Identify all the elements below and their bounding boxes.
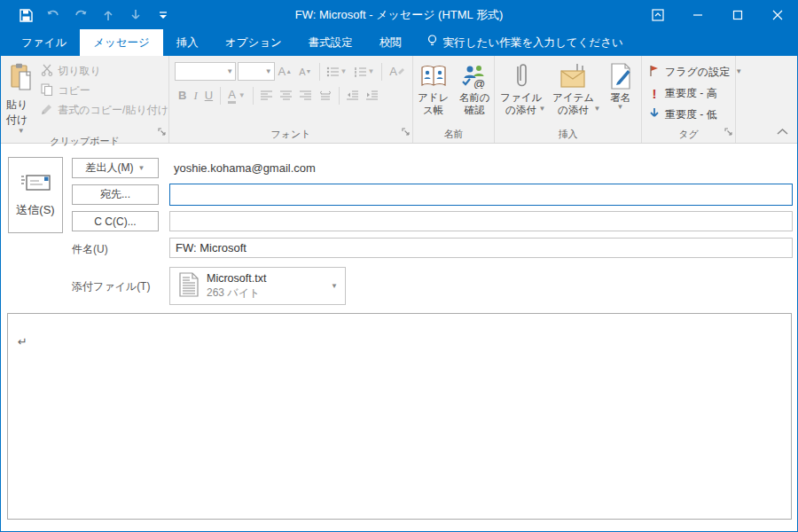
flag-icon	[649, 65, 660, 80]
signature-label: 署名	[610, 91, 630, 104]
tab-options[interactable]: オプション	[212, 29, 295, 56]
quick-access-toolbar	[1, 5, 173, 25]
redo-icon[interactable]	[71, 5, 90, 25]
attachment-label: 添付ファイル(T)	[72, 279, 150, 294]
paragraph-return-mark: ↵	[18, 335, 27, 348]
address-book-label: アドレス帳	[413, 91, 453, 116]
font-name-combobox[interactable]: ▼	[175, 62, 236, 81]
copy-icon	[41, 83, 53, 98]
high-importance-icon: !	[649, 86, 660, 101]
align-center-button[interactable]	[280, 90, 293, 100]
numbering-button[interactable]: ▼	[354, 66, 374, 77]
group-names: アドレス帳 @ 名前の確認 名前	[413, 56, 495, 143]
attach-file-button[interactable]: ファイルの添付 ▼	[498, 59, 544, 126]
decrease-indent-button[interactable]	[347, 90, 359, 100]
follow-up-button[interactable]: フラグの設定 ▼	[649, 61, 742, 82]
to-input[interactable]	[169, 184, 793, 206]
italic-button[interactable]: I	[193, 89, 197, 103]
previous-item-icon[interactable]	[98, 5, 118, 25]
check-names-label: 名前の確認	[455, 91, 494, 116]
clipboard-icon	[9, 63, 34, 95]
font-color-button[interactable]: A▼	[228, 88, 246, 104]
tab-insert[interactable]: 挿入	[163, 29, 212, 56]
window-controls	[638, 1, 797, 29]
send-button[interactable]: 送信(S)	[8, 157, 63, 233]
paste-button[interactable]: 貼り付け ▼	[6, 59, 35, 135]
clipboard-dialog-launcher-icon[interactable]	[158, 123, 166, 139]
ribbon-display-options-icon[interactable]	[638, 1, 677, 29]
customize-qat-icon[interactable]	[153, 5, 173, 25]
close-button[interactable]	[757, 1, 797, 29]
tab-message[interactable]: メッセージ	[80, 29, 163, 56]
maximize-button[interactable]	[717, 1, 757, 29]
copy-label: コピー	[58, 83, 90, 98]
cc-input[interactable]	[169, 211, 793, 231]
address-book-icon	[420, 61, 447, 91]
ribbon-tab-row: ファイル メッセージ 挿入 オプション 書式設定 校閲 実行したい作業を入力して…	[1, 29, 797, 56]
align-right-button[interactable]	[300, 90, 312, 100]
high-importance-button[interactable]: ! 重要度 - 高	[649, 82, 742, 104]
attachment-caret-icon: ▼	[331, 283, 338, 290]
cut-button[interactable]: 切り取り	[41, 61, 168, 81]
clear-formatting-button[interactable]: A	[389, 65, 405, 78]
tab-file[interactable]: ファイル	[8, 29, 80, 56]
attach-item-label: アイテムの添付	[548, 91, 599, 116]
format-painter-icon	[41, 103, 53, 118]
combo-caret-icon: ▼	[265, 67, 272, 75]
message-body[interactable]: ↵	[7, 313, 792, 520]
attach-item-icon	[559, 61, 588, 91]
subject-input[interactable]	[169, 238, 793, 258]
font-group-label: フォント	[169, 126, 412, 143]
svg-text:@: @	[473, 77, 485, 89]
attachment-chip[interactable]: Microsoft.txt 263 バイト ▼	[169, 267, 346, 305]
group-font: ▼ ▼ A▲ A▼ ▼ ▼ A B I U	[169, 56, 413, 143]
align-left-button[interactable]	[261, 90, 273, 100]
scissors-icon	[41, 64, 53, 79]
signature-button[interactable]: 署名 ▼	[603, 59, 638, 126]
collapse-ribbon-icon[interactable]	[777, 122, 788, 138]
ribbon-spacer	[736, 56, 797, 143]
from-caret-icon: ▼	[138, 165, 145, 172]
to-button[interactable]: 宛先...	[72, 184, 159, 205]
minimize-button[interactable]	[677, 1, 717, 29]
address-book-button[interactable]: アドレス帳	[413, 59, 453, 126]
shrink-font-button[interactable]: A▼	[299, 66, 311, 77]
ribbon: 貼り付け ▼ 切り取り コピー 書式のコピー/貼り付け	[1, 56, 797, 144]
group-tags: フラグの設定 ▼ ! 重要度 - 高 重要度 - 低 タグ	[642, 56, 736, 143]
tab-format-text[interactable]: 書式設定	[295, 29, 366, 56]
bullets-button[interactable]: ▼	[326, 66, 347, 77]
cc-button[interactable]: C C(C)...	[72, 211, 159, 231]
next-item-icon[interactable]	[126, 5, 145, 25]
tell-me-box[interactable]: 実行したい作業を入力してください	[427, 29, 623, 56]
attach-item-button[interactable]: アイテムの添付 ▼	[548, 59, 599, 126]
copy-button[interactable]: コピー	[41, 81, 168, 100]
tags-group-label: タグ	[642, 126, 735, 143]
save-icon[interactable]	[16, 5, 35, 25]
attachment-name: Microsoft.txt	[207, 272, 266, 285]
distribute-text-button[interactable]	[319, 90, 332, 101]
font-size-combobox[interactable]: ▼	[238, 62, 274, 81]
lightbulb-icon	[427, 35, 437, 51]
low-importance-icon	[649, 107, 660, 121]
clipboard-group-label: クリップボード	[1, 135, 168, 148]
attach-file-caret-icon: ▼	[539, 106, 546, 113]
low-importance-button[interactable]: 重要度 - 低	[649, 104, 742, 125]
underline-button[interactable]: U	[205, 89, 213, 102]
to-button-label: 宛先...	[100, 187, 130, 202]
grow-font-button[interactable]: A▲	[278, 65, 293, 78]
title-bar: FW: Microsoft - メッセージ (HTML 形式)	[1, 1, 797, 29]
bold-button[interactable]: B	[178, 89, 186, 102]
high-importance-label: 重要度 - 高	[665, 86, 717, 101]
tab-review[interactable]: 校閲	[366, 29, 415, 56]
attachment-file-icon	[179, 272, 199, 301]
undo-icon[interactable]	[43, 5, 63, 25]
attach-file-label: ファイルの添付	[498, 91, 544, 116]
send-label: 送信(S)	[16, 202, 54, 218]
increase-indent-button[interactable]	[366, 90, 379, 100]
format-painter-button[interactable]: 書式のコピー/貼り付け	[41, 100, 168, 120]
from-button[interactable]: 差出人(M) ▼	[72, 158, 159, 178]
signature-caret-icon: ▼	[617, 104, 624, 111]
check-names-button[interactable]: @ 名前の確認	[455, 59, 494, 126]
tags-dialog-launcher-icon[interactable]	[724, 123, 732, 139]
font-dialog-launcher-icon[interactable]	[402, 123, 410, 139]
